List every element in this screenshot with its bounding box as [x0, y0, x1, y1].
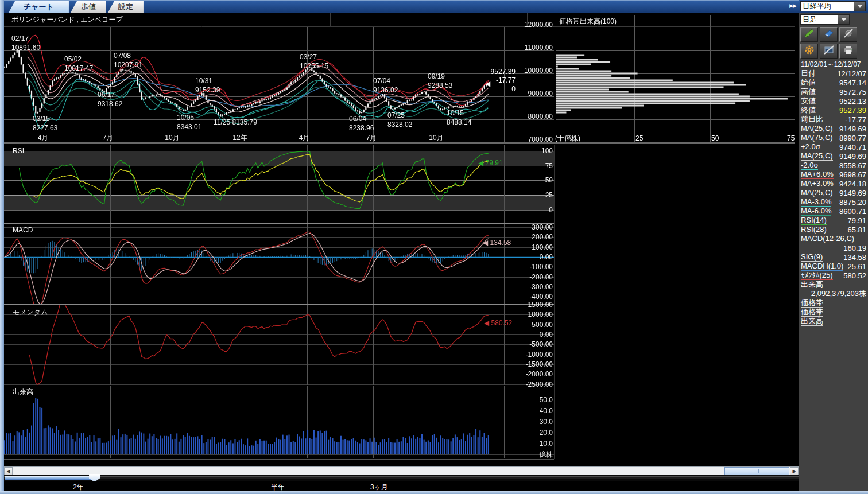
sidebar-row: MA(25,C)9149.69: [799, 188, 868, 197]
tab-settings[interactable]: 設定: [108, 1, 144, 13]
indicator-link[interactable]: +2.0σ: [801, 143, 820, 151]
sidebar-row: MA(75,C)8990.77: [799, 133, 868, 142]
indicator-link[interactable]: RSI(28): [801, 225, 827, 234]
sidebar-row: MACD(12-26,C): [799, 234, 868, 243]
sidebar-row: MACDH(1.0)25.61: [799, 262, 868, 271]
field-value: -17.77: [845, 115, 866, 124]
field-value: 8990.77: [839, 134, 866, 142]
indicator-link[interactable]: 価格帯: [801, 299, 823, 308]
indicator-link[interactable]: MA+6.0%: [801, 170, 834, 179]
sidebar-row: -2.0σ8558.67: [799, 161, 868, 170]
line-clear-icon: [843, 28, 854, 41]
sidebar-row: MA(25,C)9149.69: [799, 151, 868, 161]
indicator-link[interactable]: RSI(14): [801, 216, 827, 225]
sidebar-row: 価格帯: [799, 298, 868, 308]
eraser-button[interactable]: [820, 27, 838, 42]
symbol-select[interactable]: 日経平均: [800, 1, 866, 11]
tab-strip: チャート歩値設定: [4, 1, 799, 13]
chart-area: [4, 13, 799, 465]
field-label: 始値: [801, 79, 816, 87]
indicator-link[interactable]: MACDH(1.0): [801, 262, 843, 271]
window-clear-button[interactable]: [820, 44, 838, 59]
indicator-link[interactable]: MA-3.0%: [801, 198, 831, 207]
indicator-link[interactable]: SIG(9): [801, 253, 823, 262]
printer-button[interactable]: [839, 44, 857, 59]
indicator-link[interactable]: -2.0σ: [801, 161, 818, 170]
sidebar-row: 出来高: [799, 280, 868, 289]
indicator-link[interactable]: MA(25,C): [801, 152, 833, 161]
timeframe-value: 日足: [801, 15, 838, 24]
window-clear-icon: [823, 45, 835, 57]
pencil-icon: [804, 28, 815, 41]
indicator-link[interactable]: ﾓﾒﾝﾀﾑ(25): [801, 271, 833, 280]
field-value: 9572.75: [839, 88, 866, 96]
scroll-left-button[interactable]: ◀: [4, 467, 13, 476]
timeframe-select[interactable]: 日足: [800, 14, 850, 25]
horizontal-scrollbar[interactable]: ◀ ▶: [4, 466, 799, 475]
symbol-dropdown-arrow-icon[interactable]: [854, 2, 865, 11]
zoom-range-slider[interactable]: [4, 475, 799, 481]
sidebar-row: MA-3.0%8875.20: [799, 197, 868, 207]
indicator-link[interactable]: MA(25,C): [801, 189, 833, 197]
sidebar-row: 安値9522.13: [799, 96, 868, 106]
field-value: 8600.71: [839, 207, 866, 216]
sidebar-row: MA-6.0%8600.71: [799, 207, 868, 216]
sidebar-row: 高値9572.75: [799, 87, 868, 96]
indicator-link[interactable]: MA(75,C): [801, 134, 833, 142]
field-value: 8558.67: [839, 161, 866, 170]
sidebar-row: RSI(28)65.81: [799, 225, 868, 234]
timeframe-dropdown-arrow-icon[interactable]: [838, 15, 849, 24]
scrollbar-thumb[interactable]: [724, 467, 789, 476]
field-value: 2,092,379,203株: [811, 289, 866, 299]
chart-canvas[interactable]: [4, 13, 799, 465]
drawing-toolbar: [800, 27, 862, 60]
field-value: 9522.13: [839, 97, 866, 106]
tab-ayumine[interactable]: 歩値: [71, 1, 106, 13]
field-value: 9149.69: [839, 189, 866, 197]
indicator-link[interactable]: MA(25,C): [801, 125, 833, 133]
sidebar-row: 始値9547.14: [799, 78, 868, 87]
sidebar-row: MA+3.0%9424.18: [799, 179, 868, 188]
collapse-panel-button[interactable]: ▶▶: [789, 3, 796, 9]
field-value: 9149.69: [839, 125, 866, 133]
field-value: 9149.69: [839, 152, 866, 161]
indicator-link[interactable]: MA-6.0%: [801, 207, 831, 216]
field-value: 9527.39: [839, 106, 866, 115]
tab-chart[interactable]: チャート: [9, 1, 69, 13]
window-frame-left: [0, 0, 4, 494]
scroll-right-button[interactable]: ▶: [790, 467, 799, 476]
indicator-link[interactable]: 価格帯: [801, 308, 823, 317]
window-frame-bottom: [0, 491, 868, 494]
sidebar-row: MA+6.0%9698.67: [799, 170, 868, 179]
gear-icon: [804, 45, 815, 57]
sidebar: 日経平均 日足 11/02/01～12/12/07 日付12/12/07始値95…: [799, 0, 868, 494]
sidebar-row: 価格帯: [799, 308, 868, 317]
period-range-label: 11/02/01～12/12/07: [801, 60, 861, 69]
indicator-link[interactable]: MA+3.0%: [801, 180, 834, 188]
indicator-value-list: 日付12/12/07始値9547.14高値9572.75安値9522.13終値9…: [799, 69, 868, 326]
field-value: 9698.67: [839, 170, 866, 179]
pencil-button[interactable]: [800, 27, 818, 42]
indicator-link[interactable]: MACD(12-26,C): [801, 235, 854, 243]
sidebar-row: 160.19: [799, 243, 868, 252]
gear-button[interactable]: [800, 44, 818, 59]
field-label: 終値: [801, 106, 816, 114]
field-value: 12/12/07: [837, 69, 866, 78]
sidebar-row: SIG(9)134.58: [799, 252, 868, 262]
sidebar-row: +2.0σ9740.71: [799, 142, 868, 151]
field-label: 安値: [801, 97, 816, 105]
sidebar-row: 終値9527.39: [799, 106, 868, 115]
sidebar-row: ﾓﾒﾝﾀﾑ(25)580.52: [799, 271, 868, 280]
sidebar-row: 2,092,379,203株: [799, 289, 868, 298]
indicator-link[interactable]: 出来高: [801, 317, 823, 326]
indicator-link[interactable]: 出来高: [801, 281, 823, 289]
sidebar-row: 前日比-17.77: [799, 115, 868, 124]
field-value: 9424.18: [839, 180, 866, 188]
field-label: 高値: [801, 88, 816, 96]
eraser-icon: [823, 28, 835, 41]
line-clear-button[interactable]: [839, 27, 857, 42]
field-value: 160.19: [843, 244, 866, 252]
sidebar-row: 日付12/12/07: [799, 69, 868, 78]
field-value: 65.81: [847, 225, 866, 234]
sidebar-row: 出来高: [799, 317, 868, 326]
